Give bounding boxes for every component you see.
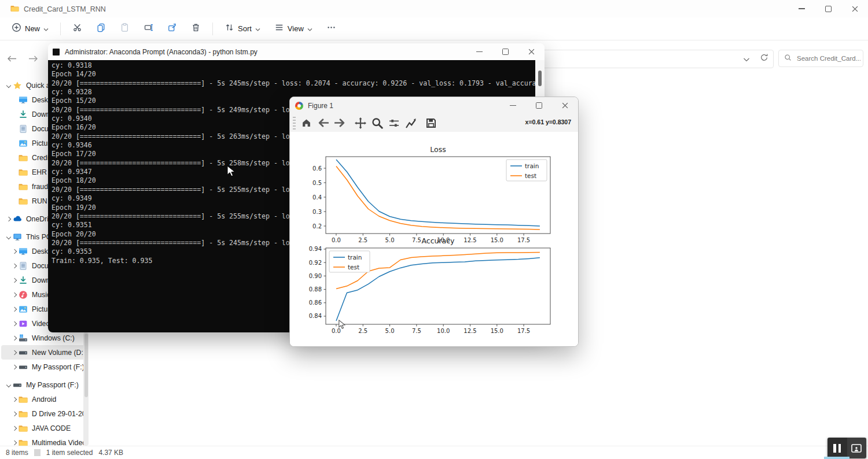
sidebar-item-new-volume-d[interactable]: New Volume (D:) (1, 345, 87, 360)
rename-button[interactable] (139, 19, 158, 38)
figure-maximize-button[interactable] (526, 97, 552, 114)
sidebar-item-android[interactable]: Android (1, 392, 87, 406)
terminal-minimize-button[interactable] (466, 43, 492, 60)
subplots-config-icon[interactable] (385, 115, 402, 131)
more-options-button[interactable] (322, 19, 341, 38)
sidebar-item-my-passport-f[interactable]: My Passport (F:) (1, 360, 87, 374)
items-count: 8 items (0, 449, 28, 457)
ellipsis-icon (326, 23, 336, 35)
cursor-coordinates-readout: x=0.61 y=0.8307 (525, 119, 571, 125)
explorer-close-button[interactable] (841, 0, 868, 17)
toolbar-grip[interactable] (293, 117, 296, 129)
chevron-right-icon[interactable] (10, 293, 19, 297)
console-line: Epoch 14/20 (52, 70, 535, 79)
picture-icon (19, 139, 28, 148)
chevron-down-icon[interactable] (5, 383, 13, 387)
video-icon (19, 319, 28, 328)
svg-text:12.5: 12.5 (464, 328, 476, 334)
svg-text:0.2: 0.2 (312, 223, 322, 230)
sidebar-item-java-code[interactable]: JAVA CODE (1, 421, 87, 435)
chevron-right-icon[interactable] (5, 217, 13, 221)
chevron-right-icon[interactable] (10, 427, 19, 430)
save-icon[interactable] (422, 115, 439, 131)
pause-icon[interactable] (827, 438, 847, 458)
sidebar-scrollbar-thumb[interactable] (84, 334, 88, 397)
sidebar-item-label: My Passport (F:) (26, 381, 79, 389)
chevron-right-icon[interactable] (10, 412, 19, 416)
sidebar-scrollbar[interactable] (83, 332, 89, 446)
back-arrow-icon[interactable] (315, 115, 332, 131)
sidebar-item-label: RUN (32, 197, 47, 205)
folder-icon (19, 168, 28, 177)
sidebar-item-windows-c[interactable]: Windows (C:) (1, 331, 87, 345)
chevron-right-icon[interactable] (10, 398, 19, 401)
svg-text:0.90: 0.90 (309, 273, 322, 279)
svg-text:test: test (348, 264, 359, 271)
picture-in-picture-icon[interactable] (847, 438, 867, 458)
copy-button[interactable] (91, 19, 111, 38)
sidebar-item-d-drive-29-01-20[interactable]: D Drive 29-01-20. (1, 406, 87, 421)
chevron-right-icon[interactable] (10, 365, 19, 369)
chevron-right-icon[interactable] (10, 308, 19, 311)
secondary-cursor (339, 320, 345, 332)
refresh-icon[interactable] (760, 53, 768, 64)
chevron-down-icon[interactable] (5, 84, 13, 87)
chevron-right-icon[interactable] (10, 322, 19, 325)
chart-title: Loss (430, 145, 446, 154)
address-dropdown-chevron-icon[interactable] (743, 54, 750, 65)
sort-button[interactable]: Sort (220, 19, 265, 38)
axes-edit-icon[interactable] (402, 115, 419, 131)
paste-icon (120, 23, 130, 35)
terminal-scrollbar-thumb[interactable] (538, 71, 542, 86)
download-icon (19, 110, 28, 119)
charts: 0.02.55.07.510.012.515.017.50.20.30.40.5… (290, 132, 578, 346)
sidebar-item-my-passport-f[interactable]: My Passport (F:) (1, 377, 87, 392)
chevron-right-icon[interactable] (10, 351, 19, 354)
star-icon (13, 81, 22, 90)
chart-title: Accuracy (421, 236, 455, 245)
svg-text:0.94: 0.94 (309, 246, 322, 252)
video-progress-marker (824, 457, 849, 459)
explorer-restore-button[interactable] (815, 0, 841, 17)
drive-icon (19, 348, 28, 357)
forward-button[interactable] (26, 51, 40, 65)
music-icon (19, 290, 28, 299)
back-button[interactable] (5, 51, 19, 65)
sidebar-item-label: JAVA CODE (32, 424, 71, 432)
chevron-right-icon[interactable] (10, 279, 19, 282)
explorer-tab[interactable]: Credit_Card_LSTM_RNN (5, 2, 112, 16)
terminal-maximize-button[interactable] (492, 43, 518, 60)
search-box[interactable] (778, 50, 863, 67)
chevron-right-icon[interactable] (10, 250, 19, 253)
chevron-right-icon[interactable] (10, 336, 19, 340)
search-input[interactable] (796, 54, 862, 62)
new-button[interactable]: New (7, 19, 53, 38)
home-icon[interactable] (298, 115, 315, 131)
view-button[interactable]: View (270, 19, 317, 38)
pan-icon[interactable] (352, 115, 369, 131)
figure-minimize-button[interactable] (500, 97, 526, 114)
svg-text:train: train (525, 162, 539, 169)
matplotlib-logo-icon (295, 102, 303, 110)
forward-arrow-icon[interactable] (332, 115, 348, 131)
paste-button[interactable] (115, 19, 134, 38)
download-icon (19, 276, 28, 285)
figure-title: Figure 1 (308, 102, 333, 110)
chevron-down-icon[interactable] (5, 235, 13, 239)
share-button[interactable] (163, 19, 182, 38)
document-icon (19, 124, 28, 134)
selection-count: 1 item selected (46, 449, 93, 457)
terminal-title: Administrator: Anaconda Prompt (Anaconda… (65, 48, 258, 56)
figure-title-bar[interactable]: Figure 1 (290, 97, 578, 114)
figure-canvas[interactable]: 0.02.55.07.510.012.515.017.50.20.30.40.5… (290, 132, 578, 346)
terminal-title-bar[interactable]: Administrator: Anaconda Prompt (Anaconda… (48, 43, 545, 60)
svg-text:5.0: 5.0 (385, 237, 395, 243)
chevron-right-icon[interactable] (10, 441, 19, 445)
explorer-minimize-button[interactable] (788, 0, 815, 17)
terminal-close-button[interactable] (518, 43, 545, 60)
zoom-icon[interactable] (369, 115, 385, 131)
delete-button[interactable] (186, 19, 205, 38)
cut-button[interactable] (68, 19, 87, 38)
figure-close-button[interactable] (552, 97, 578, 114)
chevron-right-icon[interactable] (10, 264, 19, 268)
